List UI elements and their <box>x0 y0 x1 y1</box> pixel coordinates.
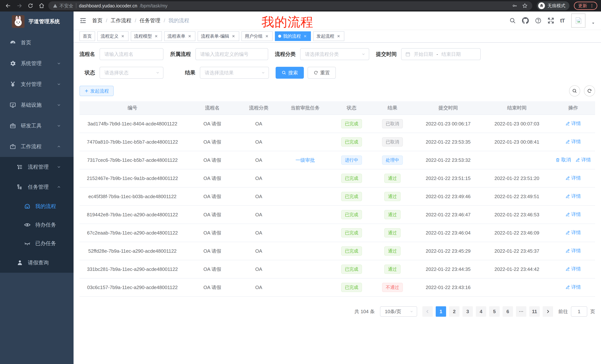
search-button[interactable]: 搜索 <box>276 67 304 79</box>
cell-end-time: 2022-01-22 23:49:51 <box>482 187 551 206</box>
sidebar-item-process-manage[interactable]: 流程管理 <box>0 157 74 177</box>
page-button-4[interactable]: 4 <box>476 306 486 317</box>
tab-close-icon[interactable] <box>264 34 269 38</box>
tab-流程表单-编辑[interactable]: 流程表单-编辑 <box>198 31 239 41</box>
result-select[interactable]: 请选择流结果 <box>200 67 269 79</box>
tab-close-icon[interactable] <box>187 34 192 38</box>
show-search-button[interactable] <box>569 85 580 96</box>
tab-close-icon[interactable] <box>154 34 159 38</box>
sidebar-item-infra[interactable]: 基础设施 <box>0 95 74 115</box>
bookmark-star-icon[interactable] <box>522 3 528 9</box>
detail-action[interactable]: 详情 <box>575 157 591 163</box>
more-pages-button[interactable] <box>516 306 526 317</box>
refresh-table-button[interactable] <box>584 85 595 96</box>
address-bar[interactable]: 不安全 dashboard.yudao.iocoder.cn/bpm/task/… <box>48 1 532 10</box>
breadcrumb-item[interactable]: 首页 <box>92 17 102 24</box>
kebab-menu-icon[interactable] <box>590 3 594 8</box>
sidebar-item-system[interactable]: 系统管理 <box>0 53 74 74</box>
breadcrumb-item[interactable]: 工作流程 <box>111 17 131 24</box>
sidebar-item-payment[interactable]: 支付管理 <box>0 74 74 95</box>
tab-close-icon[interactable] <box>120 34 125 38</box>
security-warning[interactable]: 不安全 <box>53 3 73 9</box>
sidebar-item-label: 系统管理 <box>21 60 55 67</box>
detail-action[interactable]: 详情 <box>565 284 581 290</box>
fullscreen-icon[interactable] <box>548 17 554 24</box>
detail-action[interactable]: 详情 <box>565 120 581 127</box>
detail-action[interactable]: 详情 <box>565 175 581 181</box>
font-size-icon[interactable]: tT <box>560 18 565 24</box>
page-size-select[interactable]: 10条/页 <box>380 306 417 317</box>
page-button-5[interactable]: 5 <box>489 306 500 317</box>
table-row: 2152467e-7b9b-11ec-9a1b-acde48001122OA 请… <box>80 169 595 187</box>
next-page-button[interactable] <box>543 306 553 317</box>
page-button-2[interactable]: 2 <box>449 306 460 317</box>
avatar[interactable] <box>571 14 585 28</box>
tab-流程表单[interactable]: 流程表单 <box>164 31 195 41</box>
detail-action[interactable]: 详情 <box>565 193 581 200</box>
browser-update-button[interactable]: 更新 <box>574 2 597 10</box>
cell-actions: 详情 <box>551 224 595 242</box>
back-icon[interactable] <box>4 1 13 10</box>
process-name-input[interactable] <box>100 48 163 60</box>
tab-close-icon[interactable] <box>336 34 341 38</box>
page-button-6[interactable]: 6 <box>502 306 513 317</box>
detail-action[interactable]: 详情 <box>565 248 581 254</box>
key-icon[interactable] <box>512 3 517 9</box>
page-button-3[interactable]: 3 <box>462 306 473 317</box>
sidebar-item-leave-query[interactable]: 请假查询 <box>0 253 74 273</box>
sidebar-item-todo-task[interactable]: 待办任务 <box>0 216 74 234</box>
tab-我的流程[interactable]: 我的流程 <box>275 31 311 41</box>
goto-page-input[interactable] <box>571 306 587 317</box>
help-icon[interactable] <box>535 17 541 24</box>
detail-action[interactable]: 详情 <box>565 229 581 236</box>
home-icon[interactable] <box>37 1 46 10</box>
detail-action[interactable]: 详情 <box>565 211 581 218</box>
sidebar-item-devtools[interactable]: 研发工具 <box>0 115 74 136</box>
caret-down-icon[interactable] <box>591 21 595 25</box>
forward-icon[interactable] <box>15 1 24 10</box>
cell-actions: 详情 <box>551 133 595 151</box>
tab-发起流程[interactable]: 发起流程 <box>313 31 344 41</box>
tab-用户分组[interactable]: 用户分组 <box>241 31 273 41</box>
page-button-11[interactable]: 11 <box>529 306 540 317</box>
tab-close-icon[interactable] <box>303 34 308 38</box>
detail-action[interactable]: 详情 <box>565 266 581 272</box>
sidebar-item-task-manage[interactable]: 任务管理 <box>0 177 74 197</box>
status-label: 状态 <box>85 69 95 76</box>
tab-首页[interactable]: 首页 <box>80 31 95 41</box>
prev-page-button[interactable] <box>422 306 433 317</box>
sidebar-item-label: 已办任务 <box>35 240 67 247</box>
cell-submit-time: 2022-01-22 23:49:46 <box>414 187 482 206</box>
reset-button[interactable]: 重置 <box>308 67 336 79</box>
github-icon[interactable] <box>522 17 529 24</box>
detail-action[interactable]: 详情 <box>565 138 581 145</box>
breadcrumb-item[interactable]: 任务管理 <box>140 17 160 24</box>
process-id: 67c2eaab-7b9a-11ec-a290-acde48001122 <box>87 230 178 236</box>
tab-label: 我的流程 <box>283 33 301 39</box>
current-task-link[interactable]: 一级审批 <box>295 157 315 163</box>
category-select[interactable]: 请选择流程分类 <box>300 48 369 60</box>
create-process-button[interactable]: 发起流程 <box>80 86 114 96</box>
submit-time-range-picker[interactable]: 开始日期 - 结束日期 <box>401 48 481 60</box>
sidebar-item-my-process[interactable]: 我的流程 <box>0 197 74 216</box>
cell-category: OA <box>239 278 278 297</box>
tab-流程定义[interactable]: 流程定义 <box>97 31 129 41</box>
page-size-value: 10条/页 <box>385 308 401 315</box>
tab-close-icon[interactable] <box>231 34 236 38</box>
cancel-action[interactable]: 取消 <box>555 157 571 163</box>
tab-label: 流程表单 <box>168 33 185 39</box>
app-logo[interactable]: 芋道管理系统 <box>0 11 74 31</box>
search-icon[interactable] <box>509 17 516 24</box>
reload-icon[interactable] <box>26 1 35 10</box>
status-select[interactable]: 请选择状态 <box>100 67 163 79</box>
tab-流程模型[interactable]: 流程模型 <box>131 31 162 41</box>
owner-process-input[interactable] <box>195 48 268 60</box>
sidebar-fold-icon[interactable] <box>80 17 87 24</box>
sidebar-item-done-task[interactable]: 已办任务 <box>0 234 74 253</box>
page-button-1[interactable]: 1 <box>436 306 446 317</box>
result-badge: 通过 <box>384 192 401 201</box>
sidebar-item-home[interactable]: 首页 <box>0 32 74 53</box>
cell-actions: 取消详情 <box>551 151 595 169</box>
reset-button-label: 重置 <box>320 70 330 76</box>
sidebar-item-workflow[interactable]: 工作流程 <box>0 136 74 157</box>
